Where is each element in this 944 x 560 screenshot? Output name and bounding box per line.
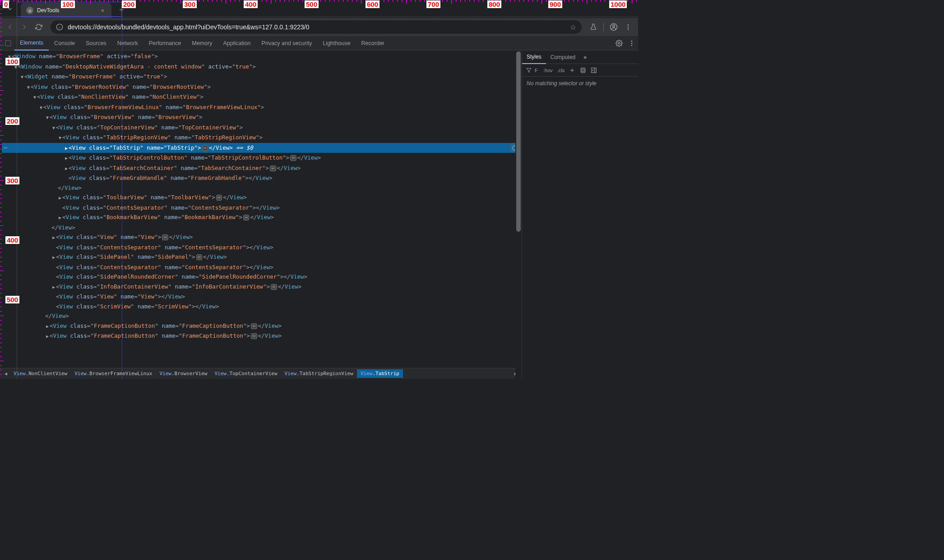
computed-sidebar-toggle-icon[interactable] <box>589 66 598 74</box>
dom-node[interactable]: <View class="ContentsSeparator" name="Co… <box>2 203 522 213</box>
styles-empty-message: No matching selector or style <box>522 77 638 90</box>
svg-marker-16 <box>527 68 531 72</box>
dom-node[interactable]: <View class="ContentsSeparator" name="Co… <box>2 243 522 252</box>
devtools-tab-elements[interactable]: Elements <box>14 36 49 50</box>
svg-point-10 <box>618 42 620 44</box>
dom-node[interactable]: ▼<Window name="DesktopNativeWidgetAura -… <box>2 62 522 72</box>
styles-sidebar: Styles Computed » F :hov .cls No matchin… <box>522 50 638 379</box>
svg-point-8 <box>628 28 629 30</box>
devtools-tab-console[interactable]: Console <box>49 36 80 50</box>
breadcrumb-bar: ◀ View.NonClientViewView.BrowserFrameVie… <box>0 368 522 379</box>
svg-point-6 <box>628 24 629 26</box>
devtools-tab-network[interactable]: Network <box>112 36 143 50</box>
dom-tree[interactable]: ▼<Window name="BrowserFrame" active="fal… <box>0 50 522 368</box>
tree-scrollbar[interactable] <box>515 50 522 379</box>
devtools-tab-privacy-and-security[interactable]: Privacy and security <box>256 36 318 50</box>
dom-node[interactable]: </View> <box>2 183 522 193</box>
breadcrumb-item[interactable]: View.TopContainerView <box>211 369 281 378</box>
dom-node[interactable]: ▶<View class="TabSearchContainer" name="… <box>2 163 522 174</box>
svg-point-12 <box>631 42 633 44</box>
dom-node[interactable]: ⋯▶<View class="TabStrip" name="TabStrip"… <box>2 143 522 153</box>
dom-node[interactable]: ▶<View class="ToolbarView" name="Toolbar… <box>2 193 522 203</box>
filter-input[interactable]: F <box>535 68 540 73</box>
toolbar: devtools://devtools/bundled/devtools_app… <box>0 18 638 36</box>
devtools-tabbar: ElementsConsoleSourcesNetworkPerformance… <box>0 36 638 50</box>
breadcrumb-item[interactable]: View.TabStrip <box>357 369 403 378</box>
cls-toggle[interactable]: .cls <box>556 67 566 74</box>
dom-node[interactable]: <View class="FrameGrabHandle" name="Fram… <box>2 173 522 183</box>
breadcrumb-item[interactable]: View.TabStripRegionView <box>281 369 357 378</box>
profile-icon[interactable] <box>607 21 620 33</box>
back-button[interactable] <box>4 21 16 33</box>
dom-node[interactable]: ▼<View class="BrowserFrameViewLinux" nam… <box>2 102 522 113</box>
dom-node[interactable]: ▼<View class="BrowserRootView" name="Bro… <box>2 82 522 92</box>
svg-point-11 <box>631 41 633 42</box>
dom-node[interactable]: ▶<View class="FrameCaptionButton" name="… <box>2 331 522 341</box>
devtools-more-icon[interactable] <box>625 37 638 50</box>
elements-panel: ▼<Window name="BrowserFrame" active="fal… <box>0 50 522 379</box>
tab-close-button[interactable]: × <box>99 7 106 14</box>
dom-node[interactable]: </View> <box>2 223 522 233</box>
svg-rect-20 <box>582 69 584 72</box>
dom-node[interactable]: ▼<View class="BrowserView" name="Browser… <box>2 112 522 123</box>
dom-node[interactable]: ▼<View class="TopContainerView" name="To… <box>2 123 522 133</box>
dom-node[interactable]: </View> <box>2 311 522 321</box>
devtools-panel: ElementsConsoleSourcesNetworkPerformance… <box>0 36 638 379</box>
devtools-main: ▼<Window name="BrowserFrame" active="fal… <box>0 50 638 379</box>
tab-strip: ◉ DevTools × + <box>0 0 638 18</box>
crumb-scroll-left-icon[interactable]: ◀ <box>2 371 10 376</box>
devtools-tab-lighthouse[interactable]: Lighthouse <box>317 36 356 50</box>
labs-icon[interactable] <box>587 21 600 33</box>
svg-point-13 <box>631 45 633 46</box>
tab-favicon-icon: ◉ <box>26 7 33 14</box>
devtools-tab-recorder[interactable]: Recorder <box>356 36 390 50</box>
toolbar-separator <box>603 23 604 31</box>
svg-point-5 <box>613 25 615 28</box>
devtools-tab-application[interactable]: Application <box>217 36 256 50</box>
dom-node[interactable]: ▼<View class="NonClientView" name="NonCl… <box>2 92 522 102</box>
svg-rect-9 <box>5 41 11 46</box>
dom-node[interactable]: ▶<View class="InfoBarContainerView" name… <box>2 282 522 292</box>
devtools-settings-icon[interactable] <box>613 37 625 50</box>
dom-node[interactable]: ▼<Widget name="BrowserFrame" active="tru… <box>2 72 522 82</box>
scrollbar-thumb[interactable] <box>516 51 521 232</box>
breadcrumb-item[interactable]: View.NonClientView <box>10 369 71 378</box>
hov-toggle[interactable]: :hov <box>542 67 554 74</box>
devtools-tab-memory[interactable]: Memory <box>186 36 217 50</box>
devtools-tab-performance[interactable]: Performance <box>143 36 187 50</box>
dom-node[interactable]: ▼<Window name="BrowserFrame" active="fal… <box>2 51 522 62</box>
dom-node[interactable]: ▶<View class="BookmarkBarView" name="Boo… <box>2 212 522 223</box>
dom-node[interactable]: ▶<View class="SidePanel" name="SidePanel… <box>2 252 522 262</box>
dom-node[interactable]: <View class="ScrimView" name="ScrimView"… <box>2 302 522 312</box>
bookmark-star-icon[interactable]: ☆ <box>570 23 576 32</box>
sidebar-tab-computed[interactable]: Computed <box>546 50 580 64</box>
dom-node[interactable]: ▶<View class="View" name="View">⋯</View> <box>2 232 522 243</box>
forward-button[interactable] <box>18 21 31 33</box>
sidebar-more-tabs-icon[interactable]: » <box>580 54 590 60</box>
breadcrumb-item[interactable]: View.BrowserFrameViewLinux <box>71 369 156 378</box>
dom-node[interactable]: <View class="ContentsSeparator" name="Co… <box>2 262 522 272</box>
svg-rect-19 <box>581 68 585 73</box>
svg-point-7 <box>628 27 629 28</box>
site-info-icon[interactable] <box>56 23 63 31</box>
inspect-element-icon[interactable] <box>2 37 14 50</box>
styles-toolbar: F :hov .cls <box>522 64 638 77</box>
menu-icon[interactable] <box>622 21 634 33</box>
dom-node[interactable]: ▼<View class="TabStripRegionView" name="… <box>2 133 522 143</box>
url-text: devtools://devtools/bundled/devtools_app… <box>68 23 565 31</box>
dom-node[interactable]: <View class="View" name="View"></View> <box>2 292 522 302</box>
dom-node[interactable]: ▶<View class="FrameCaptionButton" name="… <box>2 321 522 331</box>
browser-tab[interactable]: ◉ DevTools × <box>21 3 111 18</box>
device-toolbar-icon[interactable] <box>578 66 588 74</box>
sidebar-tab-styles[interactable]: Styles <box>522 50 546 64</box>
new-tab-button[interactable]: + <box>115 4 128 16</box>
reload-button[interactable] <box>32 21 45 33</box>
new-style-rule-icon[interactable] <box>568 66 577 74</box>
dom-node[interactable]: ▶<View class="TabStripControlButton" nam… <box>2 153 522 163</box>
tab-search-button[interactable] <box>4 3 16 15</box>
dom-node[interactable]: <View class="SidePanelRoundedCorner" nam… <box>2 272 522 282</box>
omnibox[interactable]: devtools://devtools/bundled/devtools_app… <box>51 20 582 34</box>
breadcrumb-item[interactable]: View.BrowserView <box>156 369 211 378</box>
devtools-tab-sources[interactable]: Sources <box>80 36 112 50</box>
filter-icon[interactable] <box>525 67 533 74</box>
